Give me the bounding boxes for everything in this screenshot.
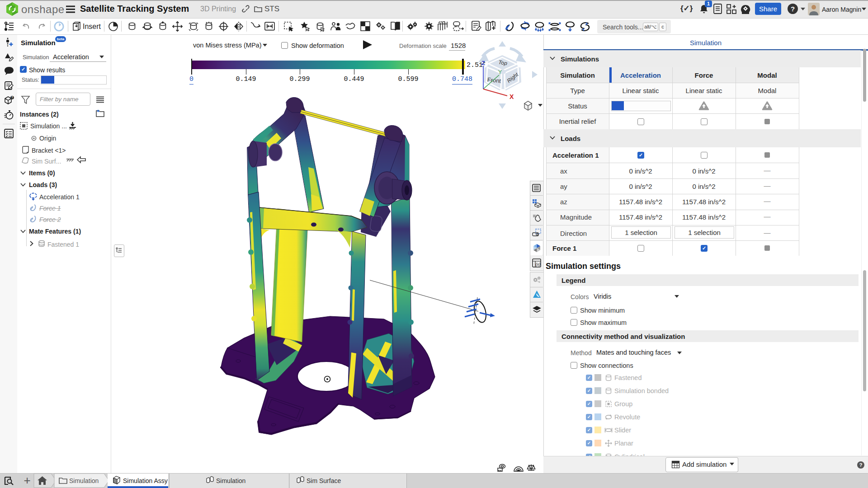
svg-text:?: ? bbox=[11, 96, 13, 99]
svg-text:Top: Top bbox=[498, 59, 508, 67]
svg-text:Y: Y bbox=[498, 69, 502, 75]
svg-text:Z: Z bbox=[481, 60, 485, 66]
svg-text:Front: Front bbox=[487, 76, 501, 84]
svg-text:X: X bbox=[509, 93, 514, 100]
svg-text:(x): (x) bbox=[536, 262, 541, 267]
